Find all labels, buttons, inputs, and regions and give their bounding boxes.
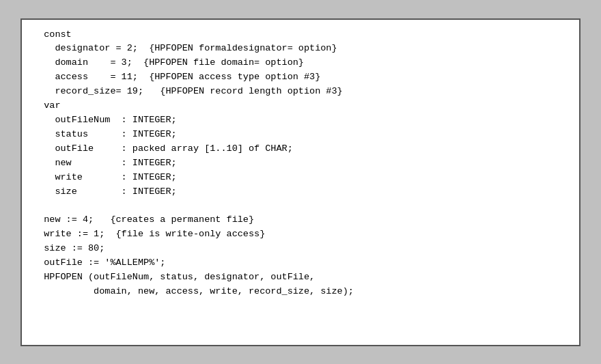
- code-block: const designator = 2; {HPFOPEN formaldes…: [33, 28, 568, 300]
- code-container: const designator = 2; {HPFOPEN formaldes…: [20, 18, 581, 346]
